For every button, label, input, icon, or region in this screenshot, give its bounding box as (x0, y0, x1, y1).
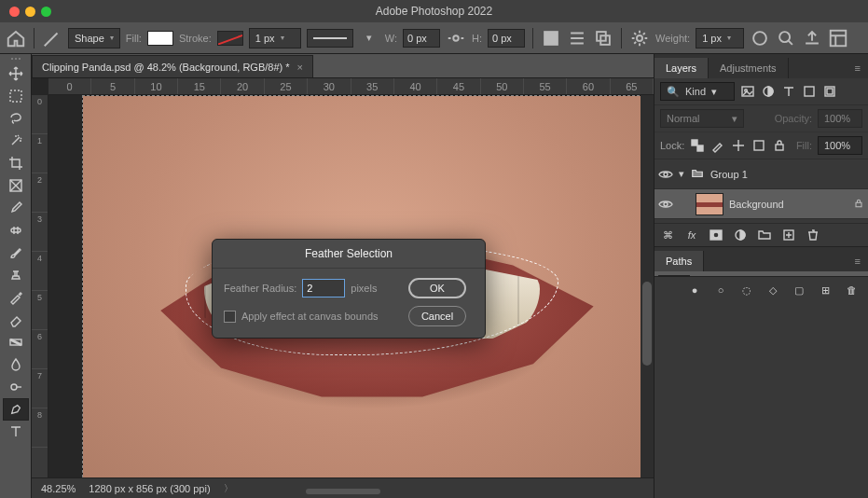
tools-panel (0, 54, 32, 498)
lock-icon[interactable] (853, 198, 864, 211)
clone-stamp-tool[interactable] (3, 264, 29, 286)
search-icon[interactable] (776, 28, 796, 48)
status-disclosure-icon[interactable]: 〉 (224, 482, 233, 495)
group-icon[interactable] (757, 228, 772, 242)
delete-path-icon[interactable]: 🗑 (844, 283, 859, 297)
panel-menu-icon[interactable]: ≡ (847, 251, 868, 271)
type-tool[interactable] (3, 421, 29, 443)
panel-menu-icon[interactable]: ≡ (847, 58, 868, 78)
layer-name[interactable]: Background (729, 199, 784, 210)
lock-transparency-icon[interactable] (690, 138, 705, 153)
layer-row-group[interactable]: ▾ Group 1 (654, 159, 868, 189)
filter-smart-icon[interactable] (822, 84, 837, 99)
weight-field[interactable]: 1 px▾ (696, 28, 744, 48)
svg-rect-7 (10, 90, 21, 102)
lasso-tool[interactable] (3, 107, 29, 130)
cloud-docs-icon[interactable] (750, 28, 770, 48)
new-path-icon[interactable]: ⊞ (818, 283, 833, 297)
stroke-path-icon[interactable]: ○ (713, 283, 728, 297)
fx-icon[interactable]: fx (684, 228, 699, 242)
lock-all-icon[interactable] (772, 138, 787, 153)
link-wh-icon[interactable] (446, 28, 466, 48)
path-alignment-button[interactable] (567, 28, 587, 48)
selection-to-path-icon[interactable]: ◇ (765, 283, 780, 297)
visibility-icon[interactable] (658, 197, 673, 212)
tab-paths[interactable]: Paths (654, 251, 704, 271)
apply-bounds-checkbox[interactable] (224, 311, 236, 323)
eyedropper-tool[interactable] (3, 197, 29, 219)
blend-row: Normal▾ Opacity: 100% (654, 105, 868, 132)
layers-panel-footer: ⌘ fx (654, 223, 868, 246)
pen-tool[interactable] (3, 398, 29, 421)
dodge-tool[interactable] (3, 376, 29, 398)
lock-position-icon[interactable] (731, 138, 746, 153)
crop-tool[interactable] (3, 152, 29, 174)
marquee-tool[interactable] (3, 85, 29, 107)
filter-type-icon[interactable] (781, 84, 796, 99)
fill-path-icon[interactable]: ● (687, 283, 702, 297)
horizontal-scrollbar[interactable] (306, 489, 380, 494)
mask-icon[interactable] (709, 228, 723, 242)
disclosure-icon[interactable]: ▾ (679, 168, 684, 180)
layer-filter-kind[interactable]: 🔍 Kind ▾ (660, 82, 735, 101)
filter-adjust-icon[interactable] (761, 84, 776, 99)
folder-icon (690, 167, 705, 182)
filter-shape-icon[interactable] (802, 84, 817, 99)
mask-from-path-icon[interactable]: ▢ (792, 283, 806, 297)
history-brush-tool[interactable] (3, 286, 29, 309)
new-layer-icon[interactable] (781, 228, 796, 242)
status-zoom[interactable]: 48.25% (41, 483, 76, 494)
tab-adjustments[interactable]: Adjustments (709, 58, 789, 78)
gear-icon[interactable] (629, 28, 650, 48)
layer-filter-row: 🔍 Kind ▾ (654, 78, 868, 105)
shape-mode-label: Shape (75, 33, 104, 44)
panel-grip[interactable] (11, 58, 21, 61)
visibility-icon[interactable] (658, 167, 673, 182)
eraser-tool[interactable] (3, 309, 29, 331)
fill-swatch[interactable] (147, 31, 173, 46)
delete-layer-icon[interactable] (806, 228, 820, 242)
share-icon[interactable] (802, 28, 822, 48)
feather-radius-input[interactable] (302, 279, 345, 297)
healing-brush-tool[interactable] (3, 219, 29, 242)
layer-thumbnail[interactable] (696, 193, 723, 215)
opacity-field[interactable]: 100% (818, 109, 862, 128)
height-field[interactable] (488, 29, 525, 48)
shape-mode-select[interactable]: Shape▾ (68, 28, 120, 48)
home-button[interactable] (6, 28, 26, 48)
close-tab-icon[interactable]: × (297, 62, 303, 73)
stroke-width-field[interactable]: 1 px▾ (249, 28, 301, 48)
paths-panel: Paths ≡ Path 1 ● ○ ◌ ◇ ▢ ⊞ 🗑 (654, 246, 868, 303)
ok-button[interactable]: OK (408, 278, 466, 298)
width-field[interactable] (403, 29, 440, 48)
stroke-style-select[interactable] (307, 29, 353, 48)
layer-name[interactable]: Group 1 (710, 169, 748, 180)
vertical-scrollbar[interactable] (641, 95, 654, 477)
adjustment-layer-icon[interactable] (733, 228, 748, 242)
path-arrangement-button[interactable] (593, 28, 613, 48)
svg-rect-17 (827, 89, 833, 94)
gradient-tool[interactable] (3, 331, 29, 353)
layer-row-background[interactable]: Background (654, 189, 868, 219)
tab-layers[interactable]: Layers (654, 58, 709, 78)
lock-artboard-icon[interactable] (751, 138, 766, 153)
stroke-style-chevron[interactable]: ▾ (359, 28, 379, 48)
link-layers-icon[interactable]: ⌘ (660, 228, 675, 242)
stroke-swatch[interactable] (217, 31, 243, 46)
status-dims: 1280 px x 856 px (300 ppi) (89, 483, 210, 494)
frame-tool[interactable] (3, 174, 29, 197)
magic-wand-tool[interactable] (3, 130, 29, 152)
filter-pixel-icon[interactable] (740, 84, 755, 99)
blend-mode-select[interactable]: Normal▾ (660, 109, 744, 128)
path-to-selection-icon[interactable]: ◌ (739, 283, 754, 297)
tool-preset-picker[interactable] (42, 28, 62, 48)
layer-fill-field[interactable]: 100% (818, 136, 862, 155)
lock-pixels-icon[interactable] (710, 138, 725, 153)
brush-tool[interactable] (3, 242, 29, 264)
workspace-icon[interactable] (828, 28, 848, 48)
move-tool[interactable] (3, 62, 29, 85)
blur-tool[interactable] (3, 353, 29, 376)
cancel-button[interactable]: Cancel (408, 306, 466, 326)
document-tab[interactable]: Clipping Panda.psd @ 48.2% (Background, … (32, 55, 313, 77)
path-operations-button[interactable] (541, 28, 561, 48)
